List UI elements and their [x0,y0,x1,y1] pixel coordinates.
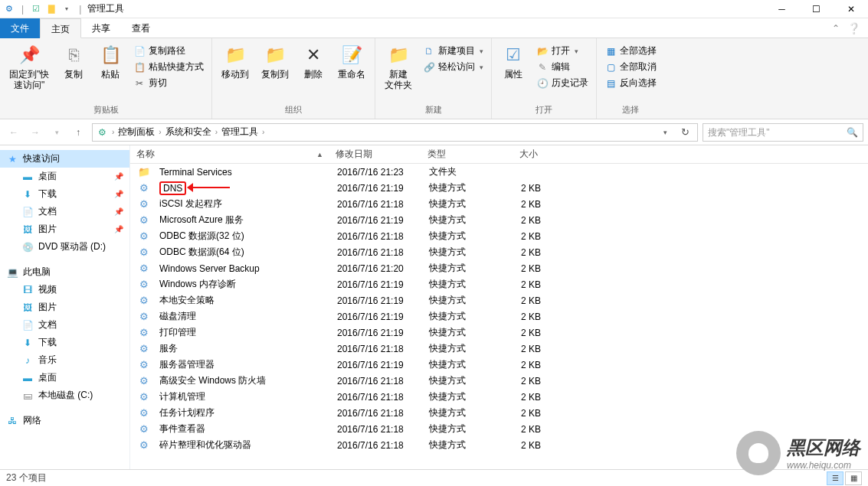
table-row[interactable]: ⚙高级安全 Windows 防火墙2016/7/16 21:18快捷方式2 KB [130,373,868,389]
nav-local-disk[interactable]: 🖴本地磁盘 (C:) [0,387,129,404]
tab-view[interactable]: 查看 [121,18,161,38]
copy-path-button[interactable]: 📄复制路径 [130,43,207,59]
select-none-button[interactable]: ▢全部取消 [601,59,660,75]
pin-icon: 📌 [114,172,123,181]
nav-desktop-2[interactable]: ▬桌面 [0,369,129,387]
table-row[interactable]: ⚙任务计划程序2016/7/16 21:18快捷方式2 KB [130,405,868,421]
forward-button[interactable]: → [26,123,44,142]
file-size: 2 KB [515,279,576,290]
paste-button[interactable]: 📋 粘贴 [93,40,127,83]
edit-button[interactable]: ✎编辑 [533,59,591,75]
nav-this-pc[interactable]: 💻此电脑 [0,263,129,281]
table-row[interactable]: ⚙磁盘清理2016/7/16 21:19快捷方式2 KB [130,308,868,325]
table-row[interactable]: ⚙碎片整理和优化驱动器2016/7/16 21:18快捷方式2 KB [130,437,868,453]
nav-network[interactable]: 🖧网络 [0,412,129,429]
breadcrumb[interactable]: 管理工具› [221,126,267,139]
back-button[interactable]: ← [5,123,23,142]
table-row[interactable]: ⚙iSCSI 发起程序2016/7/16 21:18快捷方式2 KB [130,196,868,212]
folder-icon[interactable]: ▇ [45,3,57,15]
file-icon: ⚙ [138,246,150,259]
invert-selection-button[interactable]: ▤反向选择 [601,75,660,91]
easy-access-button[interactable]: 🔗轻松访问▾ [420,59,486,75]
file-icon: 📁 [138,166,150,178]
nav-quick-access[interactable]: ★快速访问 [0,150,129,168]
pin-icon: 📌 [114,190,123,198]
paste-icon: 📋 [98,43,123,67]
table-row[interactable]: ⚙打印管理2016/7/16 21:19快捷方式2 KB [130,325,868,341]
ribbon-group-label: 打开 [496,103,591,119]
ribbon-body: 📌 固定到"快 速访问" ⎘ 复制 📋 粘贴 📄复制路径 📋粘贴快捷方式 ✂剪切… [0,38,868,119]
tab-home[interactable]: 主页 [40,18,81,38]
qat-dropdown-icon[interactable]: ▾ [61,3,73,15]
table-row[interactable]: ⚙Windows Server Backup2016/7/16 21:20快捷方… [130,260,868,276]
table-row[interactable]: ⚙本地安全策略2016/7/16 21:19快捷方式2 KB [130,292,868,308]
new-item-button[interactable]: 🗋新建项目▾ [420,43,486,59]
close-button[interactable]: ✕ [834,1,868,18]
select-all-button[interactable]: ▦全部选择 [601,43,660,59]
delete-icon: ✕ [301,43,326,67]
tab-share[interactable]: 共享 [81,18,121,38]
col-type[interactable]: 类型 [421,148,513,161]
address-bar[interactable]: ⚙ › 控制面板› 系统和安全› 管理工具› ▾ ↻ [92,123,698,142]
search-input[interactable] [708,127,847,138]
table-row[interactable]: ⚙事件查看器2016/7/16 21:18快捷方式2 KB [130,421,868,437]
table-row[interactable]: ⚙Windows 内存诊断2016/7/16 21:19快捷方式2 KB [130,276,868,292]
nav-music[interactable]: ♪音乐 [0,351,129,369]
nav-dvd-drive[interactable]: 💿DVD 驱动器 (D:) [0,238,129,256]
table-row[interactable]: ⚙服务器管理器2016/7/16 21:19快捷方式2 KB [130,357,868,373]
cut-button[interactable]: ✂剪切 [130,75,207,91]
col-name[interactable]: 名称▲ [130,148,329,161]
videos-icon: 🎞 [21,284,34,296]
breadcrumb[interactable]: 系统和安全› [165,126,220,139]
qat-checkbox-icon[interactable]: ☑ [30,3,42,15]
paste-shortcut-button[interactable]: 📋粘贴快捷方式 [130,59,207,75]
tab-file[interactable]: 文件 [0,18,40,38]
new-folder-button[interactable]: 📁新建 文件夹 [380,40,417,93]
collapse-ribbon-icon[interactable]: ⌃ [832,23,840,34]
nav-videos[interactable]: 🎞视频 [0,281,129,298]
nav-desktop[interactable]: ▬桌面📌 [0,168,129,185]
nav-documents-2[interactable]: 📄文档 [0,316,129,334]
delete-button[interactable]: ✕删除 [296,40,330,83]
open-button[interactable]: 📂打开▾ [533,43,591,59]
move-to-button[interactable]: 📁移动到 [217,40,254,83]
pin-to-quick-access-button[interactable]: 📌 固定到"快 速访问" [5,40,54,93]
search-box[interactable]: 🔍 [703,123,863,142]
maximize-button[interactable]: ☐ [799,1,834,18]
table-row[interactable]: ⚙ODBC 数据源(64 位)2016/7/16 21:18快捷方式2 KB [130,244,868,260]
table-row[interactable]: ⚙ODBC 数据源(32 位)2016/7/16 21:18快捷方式2 KB [130,228,868,244]
minimize-button[interactable]: ─ [765,1,799,18]
nav-documents[interactable]: 📄文档📌 [0,203,129,220]
nav-pictures-2[interactable]: 🖼图片 [0,298,129,316]
col-size[interactable]: 大小 [513,148,575,161]
recent-locations-button[interactable]: ▾ [47,123,66,142]
copy-to-button[interactable]: 📁复制到 [257,40,293,83]
table-row[interactable]: 📁Terminal Services2016/7/16 21:23文件夹 [130,164,868,180]
help-icon[interactable]: ❔ [847,22,860,34]
file-size: 2 KB [515,247,576,258]
address-dropdown-button[interactable]: ▾ [656,123,674,142]
chevron-right-icon[interactable]: › [110,128,116,136]
nav-downloads-2[interactable]: ⬇下载 [0,334,129,351]
nav-pictures[interactable]: 🖼图片📌 [0,220,129,238]
documents-icon: 📄 [21,319,34,331]
refresh-button[interactable]: ↻ [676,123,694,142]
table-row[interactable]: ⚙DNS2016/7/16 21:19快捷方式2 KB [130,180,868,196]
up-button[interactable]: ↑ [69,123,87,142]
properties-button[interactable]: ☑属性 [496,40,530,83]
copy-button[interactable]: ⎘ 复制 [57,40,90,83]
downloads-icon: ⬇ [21,337,34,349]
view-large-button[interactable]: ▦ [845,471,862,485]
view-details-button[interactable]: ☰ [827,471,843,485]
col-date[interactable]: 修改日期 [329,148,421,161]
pin-icon: 📌 [17,43,41,67]
table-row[interactable]: ⚙计算机管理2016/7/16 21:18快捷方式2 KB [130,389,868,405]
file-name: 服务 [159,342,178,355]
table-row[interactable]: ⚙服务2016/7/16 21:18快捷方式2 KB [130,341,868,357]
search-icon[interactable]: 🔍 [847,127,858,138]
rename-button[interactable]: 📝重命名 [333,40,370,83]
history-button[interactable]: 🕘历史记录 [533,75,591,91]
nav-downloads[interactable]: ⬇下载📌 [0,185,129,203]
table-row[interactable]: ⚙Microsoft Azure 服务2016/7/16 21:19快捷方式2 … [130,212,868,228]
breadcrumb[interactable]: 控制面板› [118,126,163,139]
